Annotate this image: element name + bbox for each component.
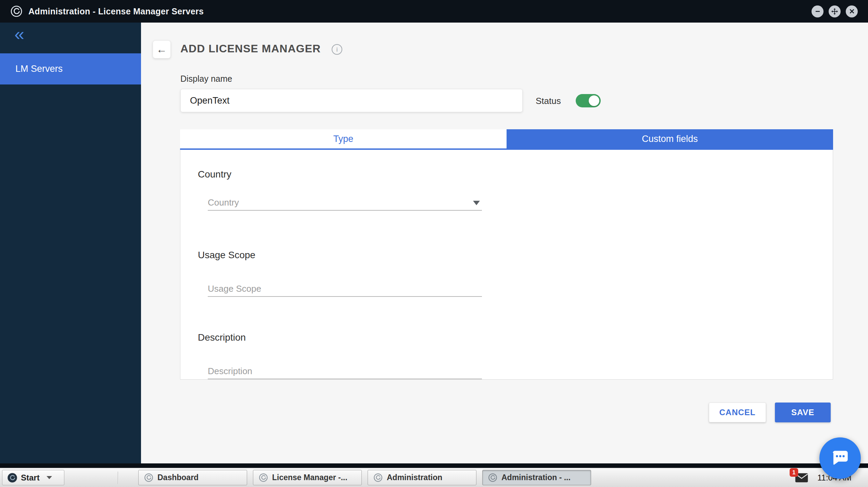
taskbar-item-label: Administration - ... xyxy=(501,473,571,482)
collapse-sidebar-button[interactable]: « xyxy=(14,25,24,43)
move-arrows-icon xyxy=(831,8,838,15)
country-select-input[interactable] xyxy=(208,195,482,210)
app-window-icon xyxy=(373,473,383,482)
tab-type[interactable]: Type xyxy=(180,129,507,148)
start-label: Start xyxy=(21,473,40,483)
save-button[interactable]: SAVE xyxy=(775,403,831,422)
mail-badge: 1 xyxy=(790,468,798,477)
display-name-label: Display name xyxy=(180,74,232,84)
display-name-input[interactable] xyxy=(180,89,523,112)
chevron-double-left-icon: « xyxy=(14,24,24,44)
app-logo-icon xyxy=(10,5,23,17)
toggle-knob-icon xyxy=(589,95,599,106)
description-input[interactable] xyxy=(208,364,482,379)
taskbar-item-label: License Manager -... xyxy=(272,473,347,482)
usage-scope-input[interactable] xyxy=(208,281,482,296)
taskbar-divider xyxy=(118,472,118,484)
back-arrow-icon: ← xyxy=(156,44,167,55)
dropdown-caret-icon xyxy=(473,201,480,205)
status-toggle[interactable] xyxy=(576,94,601,107)
taskbar-item-label: Administration xyxy=(387,473,442,482)
status-label: Status xyxy=(536,96,561,106)
close-icon xyxy=(849,9,855,14)
taskbar-item-administration-active[interactable]: Administration - ... xyxy=(482,470,591,485)
window-titlebar: Administration - License Manager Servers xyxy=(0,0,868,23)
main-content: ← ADD LICENSE MANAGER i Display name Sta… xyxy=(141,23,868,463)
minimize-button[interactable] xyxy=(812,5,824,17)
app-window-icon xyxy=(488,473,497,482)
usage-scope-field xyxy=(208,281,482,297)
info-icon[interactable]: i xyxy=(332,44,342,55)
taskbar-item-administration[interactable]: Administration xyxy=(368,470,476,485)
description-label: Description xyxy=(198,332,246,343)
chat-button[interactable] xyxy=(819,437,861,479)
start-logo-icon xyxy=(7,473,17,483)
tab-custom-fields[interactable]: Custom fields xyxy=(507,129,833,148)
sidebar-item-label: LM Servers xyxy=(15,64,63,74)
custom-fields-panel: Country Usage Scope Description xyxy=(180,150,833,380)
app-window-icon xyxy=(259,473,268,482)
chat-bubble-icon xyxy=(830,448,850,468)
window-controls xyxy=(812,5,858,17)
start-caret-icon xyxy=(47,476,52,479)
cancel-button[interactable]: CANCEL xyxy=(709,403,766,422)
tab-bar: Type Custom fields xyxy=(180,129,833,150)
back-button[interactable]: ← xyxy=(153,40,171,58)
taskbar: Start Dashboard License Manager -... Adm… xyxy=(0,468,868,487)
taskbar-item-label: Dashboard xyxy=(157,473,199,482)
sidebar: « LM Servers xyxy=(0,23,141,463)
page-title: ADD LICENSE MANAGER xyxy=(180,42,321,55)
sidebar-item-lm-servers[interactable]: LM Servers xyxy=(0,53,141,84)
screen: Administration - License Manager Servers… xyxy=(0,0,868,487)
description-field xyxy=(208,364,482,379)
taskbar-item-license-manager[interactable]: License Manager -... xyxy=(253,470,362,485)
usage-scope-label: Usage Scope xyxy=(198,250,255,261)
start-button[interactable]: Start xyxy=(2,470,64,485)
minimize-icon xyxy=(815,8,821,14)
app-window-icon xyxy=(144,473,153,482)
maximize-button[interactable] xyxy=(829,5,841,17)
taskbar-item-dashboard[interactable]: Dashboard xyxy=(138,470,247,485)
close-button[interactable] xyxy=(846,5,858,17)
country-select[interactable] xyxy=(208,195,482,211)
country-label: Country xyxy=(198,169,231,180)
window-title: Administration - License Manager Servers xyxy=(28,6,204,16)
mail-icon[interactable]: 1 xyxy=(795,473,808,484)
